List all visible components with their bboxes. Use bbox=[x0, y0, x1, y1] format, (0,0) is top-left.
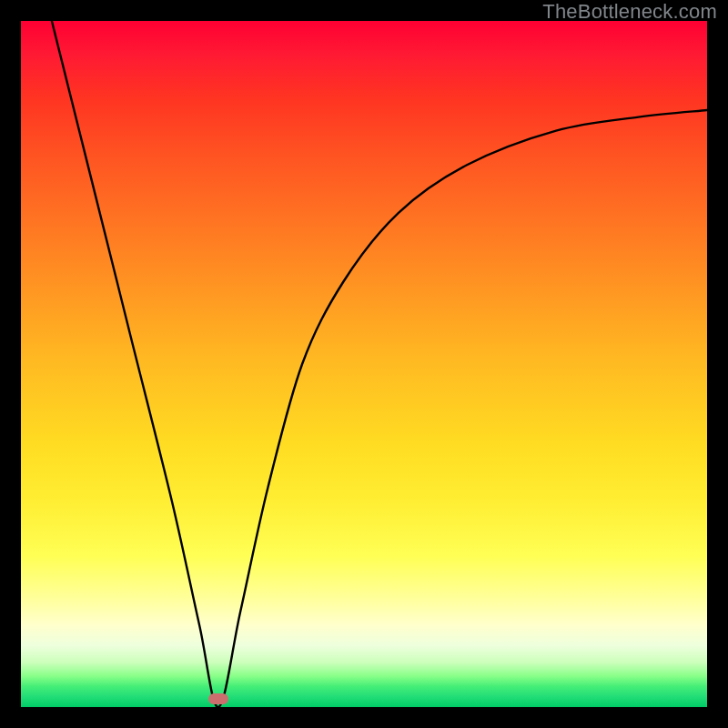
optimal-point-marker bbox=[208, 693, 228, 704]
bottleneck-curve bbox=[21, 21, 707, 707]
plot-area bbox=[21, 21, 707, 707]
